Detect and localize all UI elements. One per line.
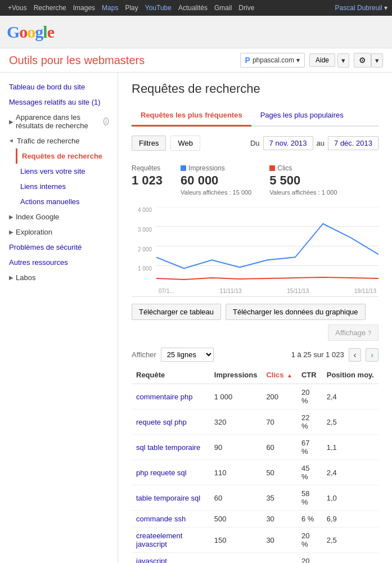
sidebar: Tableau de bord du site Messages relatif… [0, 73, 118, 563]
settings-button[interactable]: ⚙ [354, 53, 371, 67]
cell-ctr: 20 % [297, 553, 322, 564]
cell-query[interactable]: sql table temporaire [132, 435, 210, 460]
nav-images[interactable]: Images [70, 0, 98, 16]
sidebar-item-labos[interactable]: ▶ Labos [0, 270, 118, 285]
page-title: Requêtes de recherche [132, 82, 379, 96]
cell-clics: 35 [262, 485, 297, 511]
date-to-button[interactable]: 7 déc. 2013 [328, 136, 379, 150]
tab-requetes-frequentes[interactable]: Requêtes les plus fréquentes [132, 105, 251, 127]
chart-x-labels: 07/1... 11/11/13 15/11/13 19/11/13 [156, 285, 379, 296]
aide-button[interactable]: Aide [309, 53, 335, 67]
cell-query[interactable]: requete sql php [132, 409, 210, 435]
clics-sub: Valeurs affichées : 1 000 [269, 189, 337, 196]
col-ctr[interactable]: CTR [297, 366, 322, 384]
cell-query[interactable]: commande ssh [132, 511, 210, 528]
clics-dot [269, 165, 275, 171]
chart-y-labels: 4 000 3 000 2 000 1 000 [132, 207, 154, 285]
sidebar-item-actions[interactable]: Actions manuelles [16, 194, 118, 209]
col-position[interactable]: Position moy. [322, 366, 379, 384]
col-requete[interactable]: Requête [132, 366, 210, 384]
nav-recherche[interactable]: Recherche [30, 0, 70, 16]
nav-gmail[interactable]: Gmail [211, 0, 235, 16]
page-next-button[interactable]: › [366, 348, 379, 362]
user-name[interactable]: Pascal Dubreuil ▾ [335, 4, 388, 12]
sidebar-sub-trafic: Requêtes de recherche Liens vers votre s… [0, 148, 118, 209]
stats-row: Requêtes 1 023 Impressions 60 000 Valeur… [132, 160, 379, 200]
tab-bar: Requêtes les plus fréquentes Pages les p… [132, 105, 379, 127]
nav-drive[interactable]: Drive [235, 0, 258, 16]
site-p-icon: P [245, 56, 250, 65]
table-row: requete sql php 320 70 22 % 2,5 [132, 409, 379, 435]
cell-impressions: 60 [210, 485, 262, 511]
chart-svg [156, 207, 379, 285]
cell-impressions: 150 [210, 528, 262, 553]
table-row: javascript createelement 150 30 20 % 2,4 [132, 553, 379, 564]
cell-pos: 6,9 [322, 511, 379, 528]
info-icon[interactable]: i [103, 118, 109, 125]
web-button[interactable]: Web [170, 136, 200, 151]
col-clics[interactable]: Clics ▲ [262, 366, 297, 384]
cell-impressions: 110 [210, 460, 262, 485]
cell-impressions: 150 [210, 553, 262, 564]
date-to-label: au [317, 139, 325, 147]
cell-query[interactable]: createelement javascript [132, 528, 210, 553]
sidebar-item-index[interactable]: ▶ Index Google [0, 209, 118, 224]
site-dropdown-icon: ▾ [296, 56, 300, 64]
sidebar-item-trafic[interactable]: ▼ Trafic de recherche [0, 133, 118, 148]
sidebar-item-securite[interactable]: Problèmes de sécurité [0, 240, 118, 255]
impressions-sub: Valeurs affichées : 15 000 [181, 189, 251, 196]
tab-pages-populaires[interactable]: Pages les plus populaires [251, 105, 353, 127]
cell-clics: 60 [262, 435, 297, 460]
affichage-button[interactable]: Affichage ? [328, 325, 379, 341]
site-selector[interactable]: P phpascal.com ▾ [240, 53, 305, 67]
sidebar-item-requetes[interactable]: Requêtes de recherche [16, 148, 118, 164]
nav-maps[interactable]: Maps [98, 0, 121, 16]
sidebar-item-exploration[interactable]: ▶ Exploration [0, 224, 118, 240]
table-row: table temporaire sql 60 35 58 % 1,0 [132, 485, 379, 511]
cell-ctr: 6 % [297, 511, 322, 528]
lines-select[interactable]: 25 lignes 10 lignes 50 lignes 100 lignes [161, 348, 214, 362]
sidebar-item-liens-site[interactable]: Liens vers votre site [16, 164, 118, 179]
filtres-button[interactable]: Filtres [132, 136, 166, 151]
sidebar-item-messages[interactable]: Messages relatifs au site (1) [0, 94, 118, 110]
data-table: Requête Impressions Clics ▲ CTR Position… [132, 366, 379, 563]
download-table-button[interactable]: Télécharger ce tableau [132, 304, 221, 320]
sidebar-item-liens-internes[interactable]: Liens internes [16, 179, 118, 194]
page-prev-button[interactable]: ‹ [349, 348, 362, 362]
download-chart-button[interactable]: Télécharger les données du graphique [226, 304, 366, 320]
cell-query[interactable]: commentaire php [132, 384, 210, 409]
nav-play[interactable]: Play [121, 0, 141, 16]
sidebar-item-tableau[interactable]: Tableau de bord du site [0, 79, 118, 94]
date-from-button[interactable]: 7 nov. 2013 [263, 136, 313, 150]
clics-label: Clics [269, 164, 337, 172]
site-name: phpascal.com [253, 56, 294, 64]
col-impressions[interactable]: Impressions [210, 366, 262, 384]
pagination-top: Afficher 25 lignes 10 lignes 50 lignes 1… [132, 348, 379, 362]
requetes-value: 1 023 [132, 173, 163, 188]
table-row: sql table temporaire 90 60 67 % 1,1 [132, 435, 379, 460]
cell-pos: 1,1 [322, 435, 379, 460]
cell-query[interactable]: php requete sql [132, 460, 210, 485]
sidebar-item-apparence[interactable]: ▶ Apparence dans les résultats de recher… [0, 110, 118, 133]
cell-query[interactable]: javascript createelement [132, 553, 210, 564]
table-header-row: Requête Impressions Clics ▲ CTR Position… [132, 366, 379, 384]
cell-pos: 2,5 [322, 409, 379, 435]
nav-youtube[interactable]: YouTube [142, 0, 175, 16]
cell-ctr: 58 % [297, 485, 322, 511]
nav-vous[interactable]: +Vous [4, 0, 30, 16]
table-row: php requete sql 110 50 45 % 2,4 [132, 460, 379, 485]
sidebar-item-ressources[interactable]: Autres ressources [0, 255, 118, 270]
google-logo: Google [7, 22, 54, 42]
cell-clics: 30 [262, 553, 297, 564]
cell-ctr: 22 % [297, 409, 322, 435]
nav-actualites[interactable]: Actualités [175, 0, 211, 16]
cell-query[interactable]: table temporaire sql [132, 485, 210, 511]
impressions-value: 60 000 [181, 173, 251, 188]
trafic-arrow-icon: ▼ [8, 138, 15, 144]
impressions-label: Impressions [181, 164, 251, 172]
filter-bar: Filtres Web Du 7 nov. 2013 au 7 déc. 201… [132, 136, 379, 151]
cell-pos: 2,5 [322, 528, 379, 553]
download-bar: Télécharger ce tableau Télécharger les d… [132, 304, 379, 341]
cell-ctr: 45 % [297, 460, 322, 485]
affichage-help-icon: ? [368, 330, 371, 336]
